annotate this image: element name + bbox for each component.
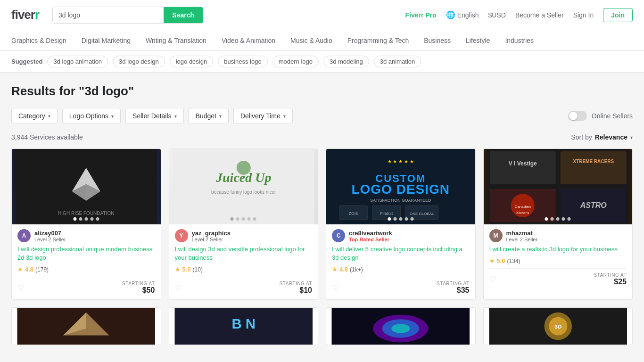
heart-icon-1[interactable]: ♡ bbox=[17, 283, 24, 292]
partial-card-2[interactable]: B N bbox=[169, 307, 319, 345]
filter-budget[interactable]: Budget ▾ bbox=[189, 108, 229, 124]
results-title: Results for "3d logo" bbox=[11, 84, 633, 99]
avatar-placeholder: A bbox=[17, 229, 31, 242]
dot bbox=[388, 217, 391, 221]
nav-digital-marketing[interactable]: Digital Marketing bbox=[82, 30, 131, 51]
fiverr-pro-link[interactable]: Fiverr Pro bbox=[405, 11, 436, 19]
chevron-down-icon: ▾ bbox=[48, 114, 50, 119]
dot bbox=[253, 217, 256, 221]
suggested-tag-2[interactable]: logo design bbox=[170, 56, 214, 67]
suggested-tag-1[interactable]: 3d logo design bbox=[113, 56, 165, 67]
nav-industries[interactable]: Industries bbox=[505, 30, 534, 51]
rating-count-1: (179) bbox=[35, 266, 49, 273]
seller-level-3: Top Rated Seller bbox=[349, 237, 392, 242]
carousel-dots-1 bbox=[73, 217, 99, 221]
nav-music-audio[interactable]: Music & Audio bbox=[290, 30, 332, 51]
card-title-4[interactable]: I will create a realistic 3d logo for yo… bbox=[489, 245, 627, 254]
partial-card-3[interactable] bbox=[326, 307, 476, 345]
svg-text:SATISFACTION GUARANTEED: SATISFACTION GUARANTEED bbox=[370, 198, 431, 203]
svg-point-8 bbox=[236, 161, 250, 175]
filter-seller-details[interactable]: Seller Details ▾ bbox=[125, 108, 183, 124]
heart-icon-2[interactable]: ♡ bbox=[175, 283, 182, 292]
suggested-tag-5[interactable]: 3d modeling bbox=[323, 56, 369, 67]
service-card-2[interactable]: Juiced Up because funny logo looks nicer… bbox=[169, 148, 319, 300]
chevron-down-icon: ▾ bbox=[219, 114, 222, 119]
language-selector[interactable]: 🌐 English bbox=[446, 10, 479, 19]
card-body-3: C cre8iveartwork Top Rated Seller I will… bbox=[326, 224, 475, 299]
results-count: 3,944 Services available bbox=[11, 133, 83, 141]
service-card-3[interactable]: ★ ★ ★ ★ ★ CUSTOM LOGO DESIGN SATISFACTIO… bbox=[326, 148, 476, 300]
dot bbox=[551, 217, 554, 221]
filter-category[interactable]: Category ▾ bbox=[11, 108, 58, 124]
svg-text:HIGH RISE FOUNDATION: HIGH RISE FOUNDATION bbox=[58, 211, 114, 216]
online-sellers-toggle-container: Online Sellers bbox=[568, 111, 633, 121]
card-image-1: HIGH RISE FOUNDATION bbox=[12, 149, 161, 224]
nav-writing-translation[interactable]: Writing & Translation bbox=[146, 30, 206, 51]
star-icon: ★ bbox=[489, 257, 495, 264]
partial-card-1[interactable] bbox=[11, 307, 161, 345]
rating-value-2: 5.0 bbox=[182, 266, 191, 273]
suggested-tag-3[interactable]: business logo bbox=[218, 56, 268, 67]
suggested-tag-4[interactable]: modern logo bbox=[272, 56, 319, 67]
seller-info-4: M mhazmat Level 2 Seller bbox=[489, 229, 627, 242]
partial-cards-row: B N 3D bbox=[11, 307, 633, 345]
card-footer-1: ♡ STARTING AT $50 bbox=[17, 277, 155, 295]
search-button[interactable]: Search bbox=[164, 7, 203, 23]
svg-text:ZOrb: ZOrb bbox=[348, 211, 358, 216]
nav-video-animation[interactable]: Video & Animation bbox=[222, 30, 275, 51]
card-title-2[interactable]: I will design 3d and versitle profession… bbox=[175, 245, 313, 262]
seller-meta-1: alizay007 Level 2 Seller bbox=[34, 230, 66, 242]
avatar-3: C bbox=[332, 229, 345, 242]
rating-count-4: (134) bbox=[507, 258, 520, 264]
cards-grid: HIGH RISE FOUNDATION A alizay007 bbox=[11, 148, 633, 300]
rating-2: ★ 5.0 (10) bbox=[175, 266, 313, 273]
currency-selector[interactable]: $USD bbox=[488, 11, 506, 19]
card-title-1[interactable]: I will design professional unique modern… bbox=[17, 245, 155, 262]
dot bbox=[73, 217, 76, 221]
become-seller-link[interactable]: Become a Seller bbox=[515, 11, 564, 19]
online-sellers-toggle[interactable] bbox=[568, 111, 587, 121]
heart-icon-4[interactable]: ♡ bbox=[489, 275, 496, 284]
svg-rect-5 bbox=[173, 149, 314, 224]
card-image-3: ★ ★ ★ ★ ★ CUSTOM LOGO DESIGN SATISFACTIO… bbox=[326, 149, 475, 224]
seller-info-1: A alizay007 Level 2 Seller bbox=[17, 229, 155, 242]
seller-level-1: Level 2 Seller bbox=[34, 237, 66, 242]
price-area-4: STARTING AT $25 bbox=[594, 272, 627, 286]
price-2: $10 bbox=[280, 286, 312, 295]
service-card-1[interactable]: HIGH RISE FOUNDATION A alizay007 bbox=[11, 148, 161, 300]
chevron-down-icon: ▾ bbox=[174, 114, 177, 119]
svg-point-39 bbox=[391, 324, 410, 334]
partial-card-4[interactable]: 3D bbox=[483, 307, 633, 345]
price-3: $35 bbox=[437, 286, 469, 295]
avatar-placeholder: C bbox=[332, 229, 345, 242]
heart-icon-3[interactable]: ♡ bbox=[332, 283, 339, 292]
search-input[interactable] bbox=[53, 8, 164, 23]
main-content: Results for "3d logo" Category ▾ Logo Op… bbox=[0, 73, 644, 362]
search-bar: Search bbox=[52, 7, 203, 24]
sort-value: Relevance bbox=[595, 133, 627, 141]
card-title-3[interactable]: I will deliver 5 creative logo concepts … bbox=[332, 245, 470, 262]
suggested-tag-0[interactable]: 3d logo animation bbox=[47, 56, 108, 67]
nav-lifestyle[interactable]: Lifestyle bbox=[466, 30, 490, 51]
filter-delivery-time[interactable]: Delivery Time ▾ bbox=[233, 108, 293, 124]
service-card-4[interactable]: V I Vestige XTREME RACERS Canadian Kitch… bbox=[483, 148, 633, 300]
filter-logo-options[interactable]: Logo Options ▾ bbox=[62, 108, 121, 124]
nav-programming-tech[interactable]: Programming & Tech bbox=[347, 30, 409, 51]
avatar-placeholder: Y bbox=[175, 229, 188, 242]
avatar-1: A bbox=[17, 229, 31, 242]
logo[interactable]: fiverr bbox=[11, 8, 39, 22]
price-4: $25 bbox=[594, 278, 627, 286]
star-icon: ★ bbox=[332, 266, 338, 273]
nav-graphics-design[interactable]: Graphics & Design bbox=[11, 30, 66, 51]
results-bar: 3,944 Services available Sort by Relevan… bbox=[11, 133, 633, 141]
sign-in-link[interactable]: Sign In bbox=[573, 11, 594, 19]
svg-text:XTREME RACERS: XTREME RACERS bbox=[573, 159, 614, 164]
sort-prefix: Sort by bbox=[571, 133, 592, 141]
dot bbox=[399, 217, 402, 221]
carousel-dots-3 bbox=[388, 217, 413, 221]
nav-business[interactable]: Business bbox=[424, 30, 451, 51]
join-button[interactable]: Join bbox=[603, 8, 633, 22]
sort-by-selector[interactable]: Sort by Relevance ▾ bbox=[571, 133, 633, 141]
suggested-tag-6[interactable]: 3d animation bbox=[374, 56, 421, 67]
dot bbox=[84, 217, 88, 221]
